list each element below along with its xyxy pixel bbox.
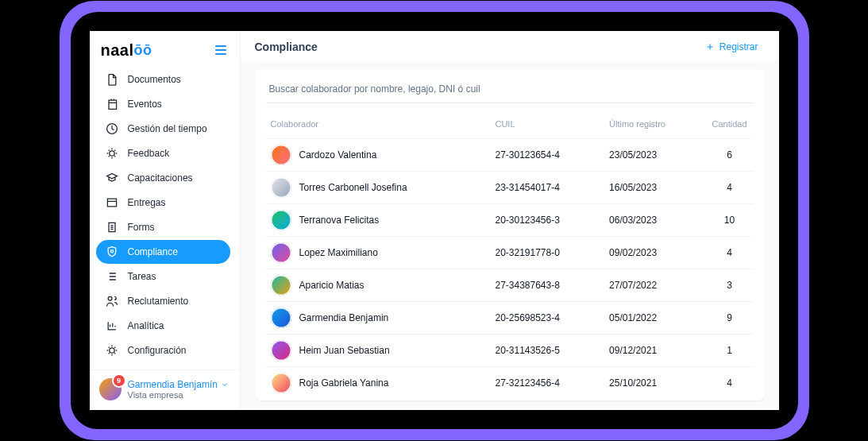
cell-cuil: 20-30123456-3 [490,204,604,237]
sidebar-item-configuraci-n[interactable]: Configuración [96,338,230,362]
cell-qty: 6 [706,139,754,172]
list-icon [106,270,118,283]
cell-last: 06/03/2023 [604,204,705,237]
sidebar-item-label: Reclutamiento [128,296,189,307]
sidebar-item-eventos[interactable]: Eventos [96,92,230,116]
sidebar-item-tareas[interactable]: Tareas [96,265,230,288]
plus-icon [705,42,715,52]
table-row[interactable]: Terranova Felicitas20-30123456-306/03/20… [266,204,754,237]
avatar [271,210,291,230]
table-row[interactable]: Aparicio Matias27-34387643-827/07/20223 [266,269,754,302]
cell-name: Roja Gabriela Yanina [299,377,389,389]
avatar [271,275,291,296]
sidebar-item-forms[interactable]: Forms [96,215,230,239]
sidebar-item-entregas[interactable]: Entregas [96,191,230,215]
package-icon [106,196,118,209]
collaborators-table: Colaborador CUIL Último registro Cantida… [266,111,754,399]
topbar: Compliance Registrar [241,31,779,61]
sidebar: naalōō DocumentosEventosGestión del tiem… [90,31,241,410]
cell-cuil: 27-30123654-4 [490,139,604,172]
table-row[interactable]: Lopez Maximiliano20-32191778-009/02/2023… [266,237,754,269]
chevron-down-icon [221,381,229,389]
col-header-cantidad: Cantidad [706,111,754,139]
table-row[interactable]: Cardozo Valentina27-30123654-423/05/2023… [266,139,754,172]
form-icon [106,221,118,234]
avatar [271,308,291,328]
settings-icon [106,344,118,357]
sidebar-item-capacitaciones[interactable]: Capacitaciones [96,166,230,190]
cell-last: 09/02/2023 [604,237,705,269]
sidebar-item-label: Forms [128,222,155,233]
cell-name: Garmendia Benjamin [299,312,389,323]
avatar: 9 [99,378,122,400]
col-header-ultimo: Último registro [604,111,705,139]
search-input[interactable] [266,79,754,103]
cell-last: 23/05/2023 [604,139,705,172]
cell-last: 27/07/2022 [604,269,705,302]
sidebar-item-label: Compliance [128,246,178,257]
cell-qty: 4 [706,172,754,204]
people-icon [106,295,118,308]
cell-qty: 4 [706,237,754,269]
col-header-colaborador: Colaborador [266,111,491,139]
cell-name: Torres Carbonell Josefina [299,182,407,193]
cell-qty: 1 [706,335,754,367]
calendar-icon [106,98,118,110]
cell-last: 25/10/2021 [604,367,705,400]
user-name: Garmendia Benjamín [128,379,218,390]
cell-name: Cardozo Valentina [299,149,377,161]
notification-badge: 9 [114,375,125,386]
sidebar-scroll[interactable]: DocumentosEventosGestión del tiempoFeedb… [90,68,240,369]
clock-icon [106,122,118,135]
register-label: Registrar [719,41,758,52]
col-header-cuil: CUIL [490,111,604,139]
cell-cuil: 20-25698523-4 [490,302,604,335]
avatar [271,242,291,263]
cell-cuil: 23-31454017-4 [490,172,604,204]
content-card: Colaborador CUIL Último registro Cantida… [255,69,765,400]
cell-name: Lopez Maximiliano [299,247,378,258]
table-row[interactable]: Torres Carbonell Josefina23-31454017-416… [266,172,754,204]
sidebar-item-gesti-n-del-tiempo[interactable]: Gestión del tiempo [96,117,230,141]
shield-icon [106,246,118,258]
cell-last: 16/05/2023 [604,172,705,204]
table-row[interactable]: Roja Gabriela Yanina27-32123456-425/10/2… [266,367,754,400]
document-icon [106,73,118,86]
sidebar-item-label: Analítica [128,320,164,331]
cell-cuil: 27-34387643-8 [490,269,604,302]
logo-eyes-icon: ōō [134,42,152,58]
user-menu[interactable]: 9 Garmendia Benjamín Vista empresa [90,369,240,410]
cell-qty: 4 [706,367,754,400]
sidebar-item-documentos[interactable]: Documentos [96,68,230,91]
graduation-icon [106,172,118,184]
avatar [271,177,291,198]
sidebar-item-label: Documentos [128,74,181,85]
sidebar-item-label: Entregas [128,197,166,208]
brand-logo: naalōō [101,41,152,60]
chart-icon [106,319,118,332]
menu-toggle-icon[interactable] [211,41,230,60]
sidebar-item-label: Feedback [128,148,170,159]
sidebar-item-anal-tica[interactable]: Analítica [96,314,230,338]
cell-cuil: 20-32191778-0 [490,237,604,269]
sidebar-item-feedback[interactable]: Feedback [96,141,230,165]
table-row[interactable]: Garmendia Benjamin20-25698523-405/01/202… [266,302,754,335]
avatar [271,145,291,165]
sidebar-item-label: Configuración [128,345,187,356]
table-row[interactable]: Heim Juan Sebastian20-31143526-509/12/20… [266,335,754,367]
cell-name: Heim Juan Sebastian [299,345,390,356]
cell-cuil: 20-31143526-5 [490,335,604,367]
register-button[interactable]: Registrar [705,41,758,52]
gear-icon [106,147,118,160]
cell-qty: 3 [706,269,754,302]
cell-qty: 9 [706,302,754,335]
avatar [271,340,291,361]
main: Compliance Registrar Colaborador [241,31,779,410]
cell-last: 09/12/2021 [604,335,705,367]
cell-name: Terranova Felicitas [299,215,380,226]
sidebar-item-reclutamiento[interactable]: Reclutamiento [96,289,230,313]
sidebar-item-label: Gestión del tiempo [128,123,207,134]
avatar [271,373,291,393]
sidebar-item-compliance[interactable]: Compliance [96,240,230,264]
cell-last: 05/01/2022 [604,302,705,335]
